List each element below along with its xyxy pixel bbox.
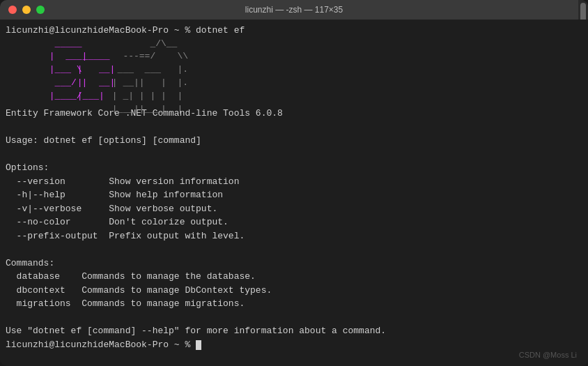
scrollbar[interactable] <box>578 0 588 20</box>
terminal-body[interactable]: licunzhi@licunzhideMacBook-Pro ~ % dotne… <box>0 20 588 366</box>
maximize-button[interactable] <box>36 6 45 14</box>
title-bar: licunzhi — -zsh — 117×35 <box>0 0 588 20</box>
prompt-line-1: licunzhi@licunzhideMacBook-Pro ~ % dotne… <box>6 24 582 38</box>
traffic-lights <box>8 6 45 14</box>
terminal-cursor <box>196 340 201 350</box>
minimize-button[interactable] <box>22 6 31 14</box>
close-button[interactable] <box>8 6 17 14</box>
terminal-window: licunzhi — -zsh — 117×35 licunzhi@licunz… <box>0 0 588 366</box>
dotnet-figure: _/\__ ---==/ \\ ___ ___ |. | __|| | |. |… <box>107 38 215 116</box>
entity-line: Entity Framework Core .NET Command-line … <box>6 93 582 352</box>
window-title: licunzhi — -zsh — 117×35 <box>245 5 343 15</box>
logo-area: _____ | ___| |___ \ ___/ | |____/ _____ … <box>6 38 582 92</box>
watermark: CSDN @Moss Li <box>519 349 577 361</box>
